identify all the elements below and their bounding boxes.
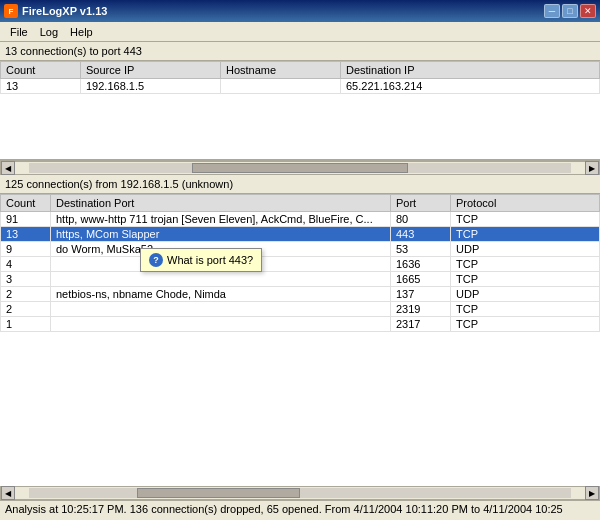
tooltip-text: What is port 443? — [167, 254, 253, 266]
title-bar: F FireLogXP v1.13 ─ □ ✕ — [0, 0, 600, 22]
bottom-table-container[interactable]: Count Destination Port Port Protocol 91h… — [0, 194, 600, 486]
bottom-scroll-track — [29, 488, 571, 498]
app-window: F FireLogXP v1.13 ─ □ ✕ File Log Help 13… — [0, 0, 600, 520]
cell-protocol: TCP — [451, 317, 600, 332]
cell-count: 13 — [1, 79, 81, 94]
close-button[interactable]: ✕ — [580, 4, 596, 18]
title-bar-left: F FireLogXP v1.13 — [4, 4, 107, 18]
bottom-scroll-right-arrow[interactable]: ▶ — [585, 486, 599, 500]
cell-port: 443 — [391, 227, 451, 242]
minimize-button[interactable]: ─ — [544, 4, 560, 18]
tooltip-icon: ? — [149, 253, 163, 267]
table-row[interactable]: 41636TCP — [1, 257, 600, 272]
window-controls: ─ □ ✕ — [544, 4, 596, 18]
cell-port: 137 — [391, 287, 451, 302]
cell-count: 9 — [1, 242, 51, 257]
table-row[interactable]: 2netbios-ns, nbname Chode, Nimda137UDP — [1, 287, 600, 302]
cell-port: 80 — [391, 212, 451, 227]
menu-file[interactable]: File — [4, 25, 34, 39]
scroll-right-arrow[interactable]: ▶ — [585, 161, 599, 175]
cell-count: 2 — [1, 302, 51, 317]
table-row[interactable]: 9do Worm, MuSka5253UDP — [1, 242, 600, 257]
cell-port: 1665 — [391, 272, 451, 287]
bottom-col-port: Port — [391, 195, 451, 212]
cell-protocol: TCP — [451, 257, 600, 272]
scroll-left-arrow[interactable]: ◀ — [1, 161, 15, 175]
top-col-dest-ip: Destination IP — [341, 62, 600, 79]
cell-hostname — [221, 79, 341, 94]
top-table: Count Source IP Hostname Destination IP … — [0, 61, 600, 94]
cell-dest-ip: 65.221.163.214 — [341, 79, 600, 94]
table-row[interactable]: 12317TCP — [1, 317, 600, 332]
cell-protocol: TCP — [451, 212, 600, 227]
app-title: FireLogXP v1.13 — [22, 5, 107, 17]
cell-count: 3 — [1, 272, 51, 287]
cell-port: 2319 — [391, 302, 451, 317]
table-row[interactable]: 31665TCP — [1, 272, 600, 287]
cell-protocol: TCP — [451, 272, 600, 287]
cell-dest-port — [51, 302, 391, 317]
bottom-section-label: 125 connection(s) from 192.168.1.5 (unkn… — [0, 175, 600, 194]
cell-count: 4 — [1, 257, 51, 272]
cell-protocol: TCP — [451, 302, 600, 317]
table-row[interactable]: 13 192.168.1.5 65.221.163.214 — [1, 79, 600, 94]
cell-count: 1 — [1, 317, 51, 332]
table-row[interactable]: 13https, MCom Slapper443TCP — [1, 227, 600, 242]
top-col-hostname: Hostname — [221, 62, 341, 79]
menu-bar: File Log Help — [0, 22, 600, 42]
bottom-table: Count Destination Port Port Protocol 91h… — [0, 194, 600, 332]
top-scroll-track — [29, 163, 571, 173]
cell-dest-port: https, MCom Slapper — [51, 227, 391, 242]
bottom-scroll-left-arrow[interactable]: ◀ — [1, 486, 15, 500]
port-tooltip: ? What is port 443? — [140, 248, 262, 272]
cell-source-ip: 192.168.1.5 — [81, 79, 221, 94]
cell-protocol: UDP — [451, 242, 600, 257]
top-hscrollbar[interactable]: ◀ ▶ — [0, 161, 600, 175]
bottom-scroll-thumb[interactable] — [137, 488, 300, 498]
bottom-col-count: Count — [1, 195, 51, 212]
menu-log[interactable]: Log — [34, 25, 64, 39]
table-row[interactable]: 22319TCP — [1, 302, 600, 317]
top-table-container[interactable]: Count Source IP Hostname Destination IP … — [0, 61, 600, 161]
cell-count: 91 — [1, 212, 51, 227]
cell-port: 2317 — [391, 317, 451, 332]
status-bar: Analysis at 10:25:17 PM. 136 connection(… — [0, 500, 600, 520]
cell-dest-port — [51, 272, 391, 287]
content-area: 13 connection(s) to port 443 Count Sourc… — [0, 42, 600, 500]
cell-count: 13 — [1, 227, 51, 242]
cell-port: 1636 — [391, 257, 451, 272]
top-col-source-ip: Source IP — [81, 62, 221, 79]
table-row[interactable]: 91http, www-http 711 trojan [Seven Eleve… — [1, 212, 600, 227]
cell-protocol: UDP — [451, 287, 600, 302]
app-icon: F — [4, 4, 18, 18]
bottom-hscrollbar[interactable]: ◀ ▶ — [0, 486, 600, 500]
cell-dest-port: netbios-ns, nbname Chode, Nimda — [51, 287, 391, 302]
top-scroll-thumb[interactable] — [192, 163, 409, 173]
top-section-label: 13 connection(s) to port 443 — [0, 42, 600, 61]
top-col-count: Count — [1, 62, 81, 79]
bottom-col-protocol: Protocol — [451, 195, 600, 212]
cell-count: 2 — [1, 287, 51, 302]
maximize-button[interactable]: □ — [562, 4, 578, 18]
cell-dest-port: http, www-http 711 trojan [Seven Eleven]… — [51, 212, 391, 227]
bottom-col-dest-port: Destination Port — [51, 195, 391, 212]
cell-dest-port — [51, 317, 391, 332]
cell-port: 53 — [391, 242, 451, 257]
cell-protocol: TCP — [451, 227, 600, 242]
menu-help[interactable]: Help — [64, 25, 99, 39]
